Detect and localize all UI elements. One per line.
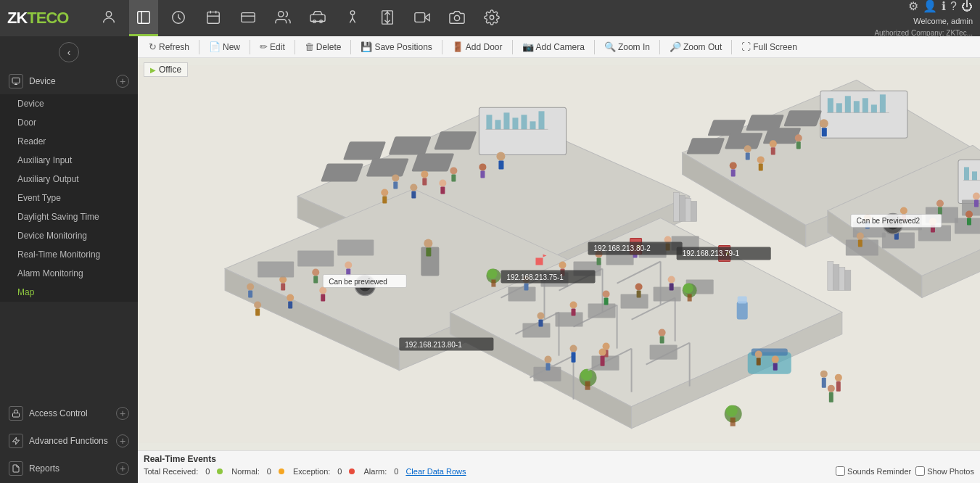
sidebar-item-auxiliary-output[interactable]: Auxiliary Output: [0, 170, 138, 189]
power-icon[interactable]: ⏻: [961, 0, 973, 15]
save-positions-button[interactable]: 💾 Save Positions: [355, 39, 437, 54]
clear-data-link[interactable]: Clear Data Rows: [405, 467, 466, 476]
svg-point-244: [828, 385, 835, 392]
svg-rect-73: [964, 167, 969, 180]
full-screen-button[interactable]: ⛶ Full Screen: [736, 39, 802, 54]
svg-point-142: [450, 167, 457, 174]
advanced-section-expand[interactable]: +: [116, 434, 129, 447]
svg-rect-187: [545, 363, 550, 371]
nav-person[interactable]: [338, 0, 367, 36]
help-icon[interactable]: ?: [950, 0, 957, 15]
sidebar-section-header-access[interactable]: Access Control +: [0, 400, 138, 426]
sidebar-item-device-monitoring[interactable]: Device Monitoring: [0, 226, 138, 245]
nav-visitor[interactable]: [268, 0, 297, 36]
svg-rect-134: [828, 262, 833, 291]
sidebar-item-realtime-monitoring[interactable]: Real-Time Monitoring: [0, 245, 138, 264]
svg-point-176: [537, 313, 544, 320]
map-container[interactable]: Office: [138, 58, 980, 450]
add-door-button[interactable]: 🚪 Add Door: [447, 39, 508, 54]
svg-rect-57: [820, 91, 907, 138]
svg-marker-17: [425, 14, 429, 20]
device-section-expand[interactable]: +: [116, 75, 129, 88]
svg-rect-131: [680, 195, 685, 221]
svg-text:Can be previewed: Can be previewed: [329, 278, 387, 286]
zoom-in-button[interactable]: 🔍 Zoom In: [599, 39, 655, 54]
sidebar-item-event-type[interactable]: Event Type: [0, 189, 138, 207]
svg-point-148: [410, 183, 417, 191]
svg-rect-149: [411, 191, 416, 198]
svg-rect-237: [572, 352, 576, 363]
svg-point-186: [544, 356, 551, 363]
add-camera-button[interactable]: 📷 Add Camera: [517, 39, 590, 54]
sidebar-item-device[interactable]: Device: [0, 94, 138, 113]
svg-point-106: [487, 269, 497, 279]
svg-rect-147: [382, 196, 387, 203]
sounds-reminder-label[interactable]: Sounds Reminder: [836, 466, 911, 476]
sidebar-item-auxiliary-input[interactable]: Auxiliary Input: [0, 151, 138, 170]
svg-rect-208: [337, 239, 374, 255]
sidebar-section-header-device[interactable]: Device +: [0, 68, 138, 94]
nav-vehicle[interactable]: [303, 0, 332, 36]
sidebar-section-header-advanced[interactable]: Advanced Functions +: [0, 428, 138, 454]
nav-camera[interactable]: [442, 0, 472, 36]
nav-settings[interactable]: [477, 0, 506, 36]
new-button[interactable]: 📄 New: [204, 39, 245, 54]
svg-rect-61: [854, 101, 860, 112]
toolbar-sep-7: [594, 40, 595, 54]
svg-point-164: [820, 119, 828, 128]
svg-rect-195: [281, 284, 285, 291]
nav-access-control[interactable]: [129, 0, 158, 36]
sidebar-item-reader[interactable]: Reader: [0, 132, 138, 151]
sidebar-section-reports: Reports +: [0, 455, 138, 482]
svg-rect-64: [880, 94, 886, 112]
sounds-reminder-checkbox[interactable]: [836, 466, 845, 476]
svg-point-192: [247, 284, 254, 291]
realtime-events-title: Real-Time Events: [144, 454, 974, 464]
back-button[interactable]: ‹: [59, 42, 79, 62]
reports-section-expand[interactable]: +: [116, 462, 129, 475]
svg-rect-24: [13, 413, 20, 418]
svg-point-200: [254, 302, 261, 309]
device-section-title: Device: [29, 76, 116, 86]
svg-point-182: [635, 284, 643, 291]
svg-rect-193: [248, 291, 252, 298]
nav-attendance[interactable]: [199, 0, 228, 36]
svg-point-162: [757, 156, 765, 163]
show-photos-checkbox[interactable]: [915, 466, 925, 476]
refresh-button[interactable]: ↻ Refresh: [144, 39, 194, 54]
nav-elevator[interactable]: [373, 0, 402, 36]
nav-card[interactable]: [234, 0, 263, 36]
show-photos-label[interactable]: Show Photos: [915, 466, 974, 476]
zoom-out-button[interactable]: 🔎 Zoom Out: [664, 39, 727, 54]
sidebar-item-alarm-monitoring[interactable]: Alarm Monitoring: [0, 264, 138, 283]
nav-time[interactable]: [164, 0, 193, 36]
nav-users[interactable]: [94, 0, 123, 36]
sidebar-section-header-reports[interactable]: Reports +: [0, 455, 138, 482]
info-icon[interactable]: ℹ: [942, 0, 946, 15]
svg-point-150: [439, 179, 446, 186]
sidebar-section-device: Device + Device Door Reader Auxiliary In…: [0, 68, 138, 302]
svg-text:Can be Previewed2: Can be Previewed2: [857, 217, 921, 225]
svg-rect-177: [538, 320, 543, 327]
svg-rect-21: [12, 78, 20, 83]
svg-point-226: [973, 192, 980, 199]
svg-rect-155: [746, 152, 750, 160]
user-icon[interactable]: 👤: [923, 0, 937, 15]
svg-rect-52: [512, 117, 518, 129]
device-sub-items: Device Door Reader Auxiliary Input Auxil…: [0, 94, 138, 302]
delete-button[interactable]: 🗑 Delete: [300, 39, 347, 54]
nav-video[interactable]: [408, 0, 437, 36]
svg-rect-161: [731, 169, 736, 176]
svg-rect-116: [730, 418, 736, 426]
svg-rect-8: [242, 12, 255, 22]
access-section-expand[interactable]: +: [116, 407, 129, 420]
access-section-title: Access Control: [29, 408, 116, 418]
svg-point-228: [857, 232, 864, 239]
sidebar-item-daylight-saving[interactable]: Daylight Saving Time: [0, 207, 138, 226]
sidebar-item-door[interactable]: Door: [0, 113, 138, 132]
edit-button[interactable]: ✏ Edit: [255, 39, 290, 54]
svg-point-202: [287, 294, 294, 302]
sidebar-item-map[interactable]: Map: [0, 283, 138, 302]
settings-icon[interactable]: ⚙: [908, 0, 918, 15]
svg-rect-130: [674, 192, 680, 221]
